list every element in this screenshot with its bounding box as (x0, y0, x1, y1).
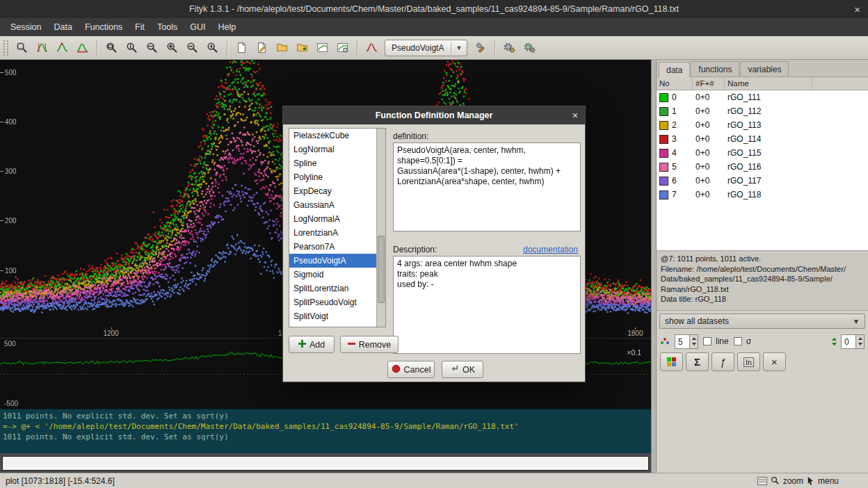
point-size-spinner[interactable]: 5 (675, 334, 698, 349)
function-item-PielaszekCube[interactable]: PielaszekCube (289, 129, 376, 143)
checkbox-box[interactable] (734, 337, 742, 345)
spinner-arrows[interactable] (689, 335, 698, 348)
dataset-row-rGO_112[interactable]: 10+0rGO_112 (657, 104, 868, 118)
scrollbar-thumb[interactable] (378, 236, 385, 303)
status-zoom-label[interactable]: zoom (783, 476, 803, 486)
mode-zoom-icon[interactable] (13, 38, 31, 57)
delete-button[interactable]: × (763, 352, 786, 371)
line-checkbox[interactable]: line (703, 336, 729, 346)
dataset-color-swatch (659, 163, 668, 172)
status-menu-label[interactable]: menu (818, 476, 839, 486)
zoom-all-icon[interactable] (102, 38, 121, 57)
function-item-SplitLorentzian[interactable]: SplitLorentzian (289, 282, 376, 295)
palette-button[interactable] (660, 352, 683, 371)
ok-button[interactable]: OK (442, 361, 483, 378)
dataset-name: rGO_115 (724, 148, 761, 158)
zoom-horizontal-icon[interactable] (143, 38, 161, 57)
function-item-Pearson7A[interactable]: Pearson7A (289, 240, 376, 254)
tab-functions[interactable]: functions (691, 61, 739, 76)
dataset-row-rGO_115[interactable]: 40+0rGO_115 (657, 146, 868, 160)
zoom-out-icon[interactable] (183, 38, 202, 57)
shift-spinner[interactable]: 0 (841, 334, 865, 349)
mode-baseline-icon[interactable] (73, 38, 92, 57)
command-input[interactable] (2, 456, 649, 471)
menu-fit[interactable]: Fit (129, 19, 151, 35)
function-type-value: PseudoVoigtA (392, 43, 444, 53)
fit-options-icon[interactable] (520, 38, 539, 57)
zoom-previous-icon[interactable] (203, 38, 222, 57)
dataset-row-rGO_111[interactable]: 00+0rGO_111 (657, 90, 868, 104)
tab-variables[interactable]: variables (740, 61, 789, 76)
function-item-Polyline[interactable]: Polyline (289, 170, 376, 184)
aux-lines-icon[interactable] (757, 477, 767, 485)
dataset-filter-dropdown[interactable]: show all datasets ▼ (659, 314, 865, 329)
data-load-append-icon[interactable] (293, 38, 312, 57)
image-save-icon[interactable] (313, 38, 332, 57)
add-button[interactable]: Add (289, 336, 335, 353)
dialog-close-button[interactable]: × (572, 110, 578, 121)
chevron-down-icon: ▼ (853, 318, 860, 325)
function-item-LogNormalA[interactable]: LogNormalA (289, 212, 376, 226)
panel-splitter[interactable] (651, 60, 657, 473)
function-item-LogNormal[interactable]: LogNormal (289, 143, 376, 156)
settings-icon[interactable] (471, 38, 490, 57)
function-type-select[interactable]: PseudoVoigtA▼ (385, 40, 467, 56)
cancel-button[interactable]: Cancel (387, 361, 435, 378)
spinner-arrows[interactable] (855, 335, 864, 348)
dataset-row-rGO_116[interactable]: 50+0rGO_116 (657, 160, 868, 174)
fit-run-icon[interactable] (500, 38, 519, 57)
tab-data[interactable]: data (659, 62, 690, 77)
remove-button[interactable]: Remove (340, 336, 399, 353)
y-tick-label: 500 (5, 68, 17, 76)
function-list-scrollbar[interactable] (376, 129, 385, 327)
menu-functions[interactable]: Functions (79, 19, 129, 35)
dataset-row-rGO_117[interactable]: 60+0rGO_117 (657, 174, 868, 188)
menu-help[interactable]: Help (211, 19, 242, 35)
mode-add-peak-icon[interactable] (53, 38, 72, 57)
dataset-number: 5 (672, 162, 692, 172)
dataset-color-swatch (659, 93, 668, 102)
menubar: SessionDataFunctionsFitToolsGUIHelp (0, 18, 868, 36)
checkbox-box[interactable] (703, 337, 712, 345)
documentation-link[interactable]: documentation (523, 245, 578, 254)
menu-gui[interactable]: GUI (184, 19, 211, 35)
dataset-row-rGO_118[interactable]: 70+0rGO_118 (657, 188, 868, 202)
script-edit-icon[interactable] (252, 38, 271, 57)
dataset-color-swatch (659, 177, 668, 186)
script-new-icon[interactable] (232, 38, 251, 57)
zoom-vertical-icon[interactable] (122, 38, 141, 57)
console-line: =-> @+ < '/home/aleplo/test/Documents/Ch… (0, 421, 651, 432)
menu-data[interactable]: Data (47, 19, 78, 35)
mode-data-icon[interactable] (33, 38, 51, 57)
plot-settings-icon[interactable] (333, 38, 352, 57)
toolbar-separator (97, 40, 97, 56)
zoom-in-icon[interactable] (163, 38, 182, 57)
function-item-SplitVoigt[interactable]: SplitVoigt (289, 309, 376, 323)
menu-session[interactable]: Session (4, 19, 47, 35)
dataset-number: 6 (672, 176, 692, 186)
function-item-GaussianA[interactable]: GaussianA (289, 198, 376, 212)
data-load-icon[interactable] (273, 38, 291, 57)
y-tick-label: 300 (5, 168, 17, 175)
minus-icon (348, 340, 355, 350)
function-item-LorentzianA[interactable]: LorentzianA (289, 226, 376, 240)
sigma-checkbox[interactable]: σ (734, 336, 751, 346)
menu-pointer-icon (807, 476, 814, 485)
dataset-row-rGO_114[interactable]: 30+0rGO_114 (657, 132, 868, 146)
dataset-row-rGO_113[interactable]: 20+0rGO_113 (657, 118, 868, 132)
window-close-button[interactable]: × (854, 0, 860, 18)
functions-button[interactable]: ƒ (712, 352, 734, 371)
menu-tools[interactable]: Tools (151, 19, 184, 35)
definition-textarea[interactable]: PseudoVoigtA(area, center, hwhm, shape=0… (393, 143, 581, 231)
function-item-Sigmoid[interactable]: Sigmoid (289, 268, 376, 282)
shift-updown-icon[interactable] (830, 336, 839, 347)
dataset-number: 2 (672, 120, 692, 130)
function-item-Spline[interactable]: Spline (289, 156, 376, 170)
function-item-PseudoVoigtA[interactable]: PseudoVoigtA (289, 254, 376, 268)
zoom-cursor-icon (771, 476, 780, 485)
function-item-SplitPseudoVoigt[interactable]: SplitPseudoVoigt (289, 295, 376, 309)
function-item-ExpDecay[interactable]: ExpDecay (289, 184, 376, 198)
formula-button[interactable]: ln (737, 352, 760, 371)
add-function-icon[interactable] (362, 38, 381, 57)
sum-button[interactable]: Σ (686, 352, 709, 371)
